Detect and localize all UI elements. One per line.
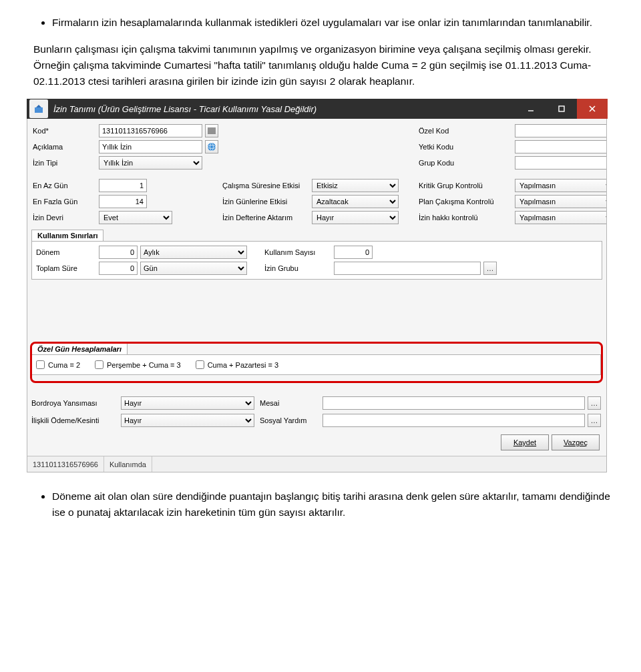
- kullanim-sinirlari-section: Dönem Aylık Kullanım Sayısı Toplam Süre …: [31, 241, 602, 280]
- svg-rect-0: [35, 107, 43, 113]
- izin-devri-label: İzin Devri: [33, 214, 96, 222]
- iliskili-odeme-kesinti-select[interactable]: Hayır: [121, 414, 254, 427]
- toplam-sure-label: Toplam Süre: [36, 264, 96, 272]
- doc-paragraph-2: Örneğin çalışma takviminde Cumartesi "ha…: [33, 57, 614, 89]
- window-close-button[interactable]: [577, 99, 608, 119]
- persembe-cuma-3-checkbox-label: Perşembe + Cuma = 3: [107, 361, 181, 369]
- izin-hakki-kontrol-label: İzin hakkı kontrolü: [419, 214, 512, 222]
- kritik-grup-kontrol-label: Kritik Grup Kontrolü: [419, 182, 512, 190]
- mesai-label: Mesai: [260, 399, 320, 407]
- barcode-icon[interactable]: [205, 124, 218, 137]
- donem-unit-select[interactable]: Aylık: [140, 246, 247, 259]
- izin-grubu-input[interactable]: [334, 262, 481, 275]
- izin-devri-select[interactable]: Evet: [99, 211, 172, 224]
- aciklama-input[interactable]: [99, 140, 202, 153]
- status-state: Kullanımda: [104, 456, 152, 472]
- izin-tipi-label: İzin Tipi: [33, 159, 96, 167]
- mesai-input[interactable]: [323, 396, 585, 410]
- izin-gunleri-etkisi-label: İzin Günlerine Etkisi: [222, 198, 309, 206]
- persembe-cuma-3-checkbox-input[interactable]: [95, 360, 103, 369]
- kod-label: Kod*: [33, 127, 96, 135]
- window-titlebar: İzin Tanımı (Ürün Geliştirme Lisansı - T…: [27, 99, 608, 119]
- cuma-pazartesi-3-checkbox-label: Cuma + Pazartesi = 3: [208, 361, 278, 369]
- yetki-kodu-input[interactable]: [515, 140, 607, 153]
- grup-kodu-label: Grup Kodu: [419, 159, 512, 167]
- izin-gunleri-etkisi-select[interactable]: Azaltacak: [312, 195, 399, 208]
- globe-icon[interactable]: [205, 140, 218, 153]
- izin-defteri-aktarim-select[interactable]: Hayır: [312, 211, 399, 224]
- toplam-sure-number-input[interactable]: [99, 262, 138, 275]
- en-fazla-gun-label: En Fazla Gün: [33, 198, 96, 206]
- ozel-gun-hesaplamalari-section: Özel Gün Hesaplamaları Cuma = 2 Perşembe…: [31, 343, 601, 375]
- donem-number-input[interactable]: [99, 246, 138, 259]
- grup-kodu-input[interactable]: [515, 156, 607, 170]
- plan-cakisma-select[interactable]: Yapılmasın: [515, 195, 607, 208]
- plan-cakisma-label: Plan Çakışma Kontrolü: [419, 198, 512, 206]
- svg-rect-2: [559, 106, 564, 111]
- en-fazla-gun-input[interactable]: [99, 195, 147, 208]
- ozel-gun-hesaplamalari-tab: Özel Gün Hesaplamaları: [31, 343, 128, 354]
- en-az-gun-label: En Az Gün: [33, 182, 96, 190]
- sosyal-yardim-label: Sosyal Yardım: [260, 416, 320, 424]
- status-bar: 1311011316576966 Kullanımda: [27, 456, 606, 472]
- kullanim-sayisi-label: Kullanım Sayısı: [264, 248, 331, 256]
- sosyal-yardim-input[interactable]: [323, 414, 585, 427]
- izin-tanimi-window: İzin Tanımı (Ürün Geliştirme Lisansı - T…: [27, 99, 608, 472]
- izin-tipi-select[interactable]: Yıllık İzin: [99, 156, 202, 170]
- bordroya-yansimasi-label: Bordroya Yansıması: [31, 399, 118, 407]
- izin-grubu-browse-button[interactable]: [483, 262, 497, 275]
- window-title: İzin Tanımı (Ürün Geliştirme Lisansı - T…: [49, 104, 515, 114]
- mesai-browse-button[interactable]: [588, 396, 601, 410]
- izin-defteri-aktarim-label: İzin Defterine Aktarım: [222, 214, 309, 222]
- kod-input[interactable]: [99, 124, 202, 137]
- calisma-suresi-etkisi-select[interactable]: Etkisiz: [312, 179, 399, 192]
- kritik-grup-kontrol-select[interactable]: Yapılmasın: [515, 179, 607, 192]
- cuma-pazartesi-3-checkbox-input[interactable]: [196, 360, 204, 369]
- aciklama-label: Açıklama: [33, 143, 96, 151]
- bordroya-yansimasi-select[interactable]: Hayır: [121, 396, 254, 410]
- doc-bullet-2: Döneme ait olan olan süre dendiğinde pua…: [52, 490, 610, 518]
- iliskili-odeme-kesinti-label: İlişkili Ödeme/Kesinti: [31, 416, 118, 424]
- doc-paragraph-1: Bunların çalışması için çalışma takvimi …: [33, 41, 614, 57]
- izin-grubu-label: İzin Grubu: [264, 264, 331, 272]
- sosyal-yardim-browse-button[interactable]: [588, 414, 601, 427]
- window-minimize-button[interactable]: [515, 99, 546, 119]
- ozel-kod-label: Özel Kod: [419, 127, 512, 135]
- ozel-kod-input[interactable]: [515, 124, 607, 137]
- cuma-2-checkbox[interactable]: Cuma = 2: [36, 360, 80, 369]
- vazgec-button[interactable]: Vazgeç: [552, 434, 600, 450]
- status-code: 1311011316576966: [27, 456, 104, 472]
- doc-bullet-1: Firmaların izin hesaplamalarında kullanm…: [52, 17, 592, 28]
- izin-hakki-kontrol-select[interactable]: Yapılmasın: [515, 211, 607, 224]
- cuma-2-checkbox-label: Cuma = 2: [48, 361, 80, 369]
- calisma-suresi-etkisi-label: Çalışma Süresine Etkisi: [222, 182, 309, 190]
- app-icon: [29, 99, 48, 118]
- cuma-2-checkbox-input[interactable]: [36, 360, 45, 369]
- donem-label: Dönem: [36, 248, 96, 256]
- kullanim-sayisi-input[interactable]: [334, 246, 373, 259]
- persembe-cuma-3-checkbox[interactable]: Perşembe + Cuma = 3: [95, 360, 181, 369]
- kullanim-sinirlari-tab: Kullanım Sınırları: [31, 230, 103, 241]
- kaydet-button[interactable]: Kaydet: [501, 434, 549, 450]
- toplam-sure-unit-select[interactable]: Gün: [140, 262, 247, 275]
- en-az-gun-input[interactable]: [99, 179, 147, 192]
- svg-point-11: [208, 143, 216, 151]
- window-maximize-button[interactable]: [546, 99, 577, 119]
- cuma-pazartesi-3-checkbox[interactable]: Cuma + Pazartesi = 3: [196, 360, 278, 369]
- yetki-kodu-label: Yetki Kodu: [419, 143, 512, 151]
